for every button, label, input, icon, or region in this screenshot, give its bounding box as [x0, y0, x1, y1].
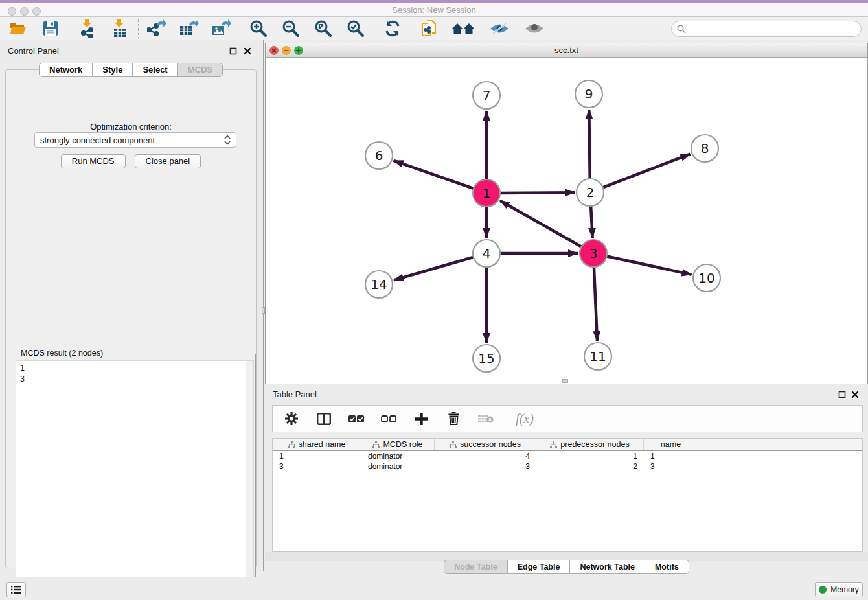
edge-2-8[interactable]	[602, 154, 691, 189]
table-panel: Table Panel f(x)	[265, 384, 868, 577]
network-window-titlebar[interactable]: scc.txt	[266, 43, 867, 58]
run-mcds-button[interactable]: Run MCDS	[61, 154, 126, 168]
graph-node-15[interactable]: 15	[473, 345, 500, 372]
tab-mcds[interactable]: MCDS	[178, 63, 223, 77]
column-header-successor-nodes[interactable]: successor nodes	[435, 439, 536, 450]
graph-node-6[interactable]: 6	[365, 142, 393, 169]
import-network-icon[interactable]	[78, 19, 97, 38]
zoom-fit-icon[interactable]	[314, 19, 333, 38]
export-image-icon[interactable]	[212, 19, 231, 38]
tab-select[interactable]: Select	[133, 63, 177, 77]
tab-style[interactable]: Style	[93, 63, 133, 77]
delete-column-trash-icon[interactable]	[445, 409, 462, 428]
edge-1-2[interactable]	[499, 192, 575, 193]
memory-button[interactable]: Memory	[815, 582, 863, 597]
float-panel-icon[interactable]	[229, 46, 238, 55]
graph-node-11[interactable]: 11	[584, 343, 611, 370]
graph-node-2[interactable]: 2	[577, 179, 604, 206]
table-body: 1dominator4113dominator323	[273, 451, 862, 472]
table-settings-gear-icon[interactable]	[283, 409, 300, 428]
window-resize-grip[interactable]	[562, 379, 568, 383]
search-input[interactable]	[690, 25, 856, 34]
import-table-icon[interactable]	[110, 19, 130, 38]
node-table[interactable]: shared nameMCDS rolesuccessor nodesprede…	[272, 438, 863, 552]
graph-node-3[interactable]: 3	[580, 240, 607, 267]
tab-edge-table[interactable]: Edge Table	[508, 560, 571, 574]
graph-node-4[interactable]: 4	[473, 240, 500, 267]
column-tree-icon	[550, 441, 557, 448]
table-cell: 1	[273, 452, 361, 461]
edge-3-10[interactable]	[606, 256, 692, 275]
table-row[interactable]: 1dominator411	[273, 451, 862, 461]
open-session-icon[interactable]	[8, 19, 28, 38]
graph-node-1[interactable]: 1	[473, 179, 500, 207]
table-row[interactable]: 3dominator323	[273, 461, 862, 472]
save-session-icon[interactable]	[41, 19, 60, 38]
network-canvas[interactable]: 1234678910111415	[266, 58, 867, 384]
control-panel-header: Control Panel	[0, 40, 262, 61]
memory-label: Memory	[830, 585, 858, 594]
graph-node-10[interactable]: 10	[693, 264, 720, 292]
node-label-10: 10	[698, 270, 714, 286]
node-label-6: 6	[375, 148, 383, 163]
graph-node-8[interactable]: 8	[691, 135, 718, 162]
column-header-MCDS-role[interactable]: MCDS role	[361, 439, 435, 450]
edge-2-3[interactable]	[591, 205, 593, 238]
memory-status-icon	[819, 586, 827, 594]
node-label-15: 15	[478, 351, 494, 366]
tab-node-table[interactable]: Node Table	[444, 560, 507, 574]
show-all-eye-icon[interactable]	[523, 19, 545, 38]
export-table-icon[interactable]	[179, 19, 199, 38]
duplicate-network-icon[interactable]	[420, 19, 439, 38]
network-window-title: scc.txt	[266, 45, 867, 55]
edge-3-11[interactable]	[594, 266, 597, 341]
zoom-in-icon[interactable]	[249, 19, 268, 38]
optimization-criterion-select[interactable]: strongly connected component	[34, 132, 236, 148]
edge-1-6[interactable]	[394, 161, 475, 189]
task-history-button[interactable]	[6, 582, 26, 597]
deselect-all-checks-icon[interactable]	[380, 409, 397, 428]
tab-motifs[interactable]: Motifs	[645, 560, 689, 574]
table-panel-header: Table Panel	[265, 384, 868, 404]
table-cell: 3	[644, 462, 698, 471]
column-tree-icon	[288, 441, 295, 448]
edge-3-1[interactable]	[500, 201, 583, 248]
edge-2-9[interactable]	[589, 110, 589, 180]
status-bar: Memory	[0, 577, 868, 600]
node-label-9: 9	[585, 86, 593, 102]
graph-node-7[interactable]: 7	[473, 82, 500, 109]
close-table-panel-icon[interactable]	[851, 389, 860, 398]
close-panel-button[interactable]: Close panel	[135, 154, 201, 168]
column-tree-icon	[450, 441, 457, 448]
graph-node-9[interactable]: 9	[575, 80, 602, 108]
result-scrollbar[interactable]	[246, 361, 253, 592]
refresh-network-view-icon[interactable]	[383, 19, 402, 38]
reset-zoom-home-icon[interactable]	[452, 19, 475, 38]
column-header-predecessor-nodes[interactable]: predecessor nodes	[536, 439, 644, 450]
zoom-selected-icon[interactable]	[346, 19, 365, 38]
mcds-result-list[interactable]: 1 3	[16, 360, 254, 593]
function-builder-icon[interactable]: f(x)	[510, 409, 540, 428]
table-toolbar: f(x)	[272, 405, 863, 432]
selected-criterion: strongly connected component	[40, 135, 224, 145]
delete-table-icon[interactable]	[477, 409, 494, 428]
close-panel-icon[interactable]	[244, 46, 253, 55]
edge-4-14[interactable]	[394, 257, 475, 280]
add-column-icon[interactable]	[413, 409, 429, 428]
search-field[interactable]	[671, 21, 862, 37]
table-cell: 3	[273, 462, 361, 471]
select-all-checks-icon[interactable]	[348, 409, 365, 428]
tab-network[interactable]: Network	[39, 63, 93, 77]
graph-node-14[interactable]: 14	[365, 271, 393, 298]
node-label-14: 14	[371, 277, 387, 292]
tab-network-table[interactable]: Network Table	[570, 560, 645, 574]
show-columns-icon[interactable]	[315, 409, 332, 428]
column-header-name[interactable]: name	[644, 439, 698, 450]
select-stepper-icon	[224, 135, 231, 145]
control-panel: Control Panel NetworkStyleSelectMCDS Opt…	[0, 40, 262, 571]
column-header-shared-name[interactable]: shared name	[273, 439, 361, 450]
float-table-panel-icon[interactable]	[838, 389, 847, 398]
export-network-icon[interactable]	[147, 19, 166, 38]
zoom-out-icon[interactable]	[281, 19, 301, 38]
hide-selected-eye-icon[interactable]	[488, 19, 510, 38]
